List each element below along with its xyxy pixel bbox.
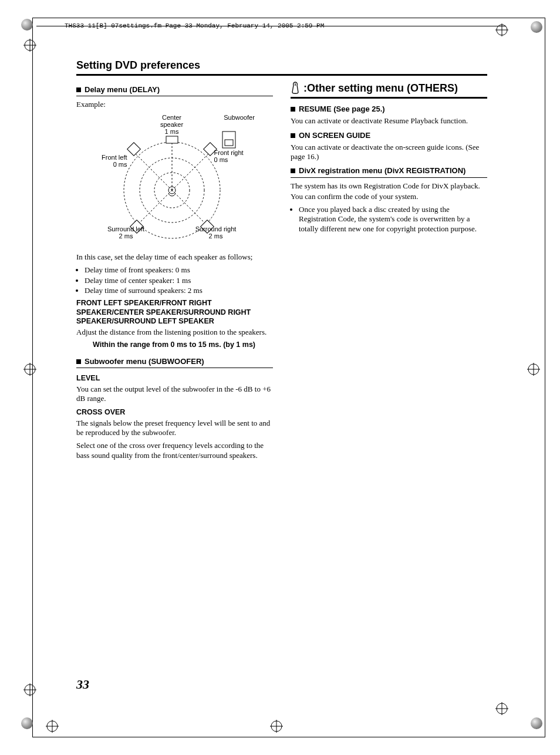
- divx-heading-text: DivX registration menu (DivX REGISTRATIO…: [299, 166, 465, 175]
- resume-text: You can activate or deactivate Resume Pl…: [291, 116, 487, 126]
- svg-line-29: [172, 152, 210, 190]
- delay-bullet: Delay time of center speaker: 1 ms: [85, 276, 273, 285]
- registration-mark-icon: [46, 720, 59, 733]
- square-bullet-icon: [76, 87, 81, 92]
- divx-bullet: Once you played back a disc created by u…: [299, 205, 487, 234]
- registration-mark-icon: [23, 683, 36, 696]
- crossover-heading: CROSS OVER: [76, 408, 273, 417]
- front-left-label: Front left 0 ms: [92, 154, 127, 168]
- others-heading-text: :Other setting menu (OTHERS): [303, 82, 458, 95]
- registration-mark-icon: [23, 39, 36, 52]
- svg-line-28: [134, 152, 172, 190]
- registration-mark-icon: [23, 363, 36, 376]
- in-this-case-text: In this case, set the delay time of each…: [76, 252, 273, 262]
- page-content: Setting DVD preferences Delay menu (DELA…: [76, 59, 487, 464]
- registration-mark-icon: [495, 702, 508, 715]
- square-bullet-icon: [76, 359, 81, 364]
- tool-icon: [291, 82, 300, 95]
- corner-dot-icon: [531, 21, 542, 33]
- svg-rect-37: [225, 140, 233, 146]
- crop-header-text: THS33-11[B]-07settings.fm Page 33 Monday…: [65, 22, 324, 31]
- registration-mark-icon: [270, 720, 283, 733]
- subwoofer-menu-heading: Subwoofer menu (SUBWOOFER): [76, 357, 273, 368]
- svg-line-31: [137, 190, 172, 225]
- crossover-text-1: The signals below the preset frequency l…: [76, 419, 273, 438]
- level-heading: LEVEL: [76, 374, 273, 383]
- crossover-text-2: Select one of the cross over frequency l…: [76, 441, 273, 460]
- right-column: :Other setting menu (OTHERS) RESUME (See…: [291, 82, 487, 464]
- svg-line-32: [172, 190, 207, 225]
- delay-bullet: Delay time of surround speakers: 2 ms: [85, 286, 273, 295]
- example-label: Example:: [76, 100, 273, 109]
- corner-dot-icon: [531, 717, 542, 729]
- surround-right-label: Surround right 2 ms: [190, 225, 242, 240]
- osg-text: You can activate or deactivate the on-sc…: [291, 143, 487, 162]
- front-right-label: Front right 0 ms: [214, 149, 255, 163]
- resume-heading-text: RESUME (See page 25.): [299, 105, 385, 113]
- svg-rect-33: [127, 143, 140, 156]
- square-bullet-icon: [291, 168, 295, 173]
- speaker-layout-diagram: Center speaker 1 ms Subwoofer Front left…: [84, 114, 266, 249]
- page-title: Setting DVD preferences: [76, 59, 487, 76]
- page-number: 33: [76, 676, 89, 693]
- level-text: You can set the output level of the subw…: [76, 385, 273, 404]
- subwoofer-label: Subwoofer: [219, 114, 260, 121]
- left-column: Delay menu (DELAY) Example:: [76, 82, 273, 464]
- svg-rect-35: [166, 136, 178, 143]
- delay-menu-heading-text: Delay menu (DELAY): [85, 85, 160, 94]
- divx-text-1: The system has its own Registration Code…: [291, 181, 487, 191]
- square-bullet-icon: [291, 107, 295, 112]
- corner-dot-icon: [21, 717, 33, 729]
- divx-bullet-list: Once you played back a disc created by u…: [291, 205, 487, 234]
- osg-heading-text: ON SCREEN GUIDE: [299, 131, 370, 140]
- square-bullet-icon: [291, 133, 295, 138]
- divx-text-2: You can confirm the code of your system.: [291, 192, 487, 201]
- delay-menu-heading: Delay menu (DELAY): [76, 85, 273, 96]
- delay-time-list: Delay time of front speakers: 0 ms Delay…: [76, 265, 273, 295]
- corner-dot-icon: [21, 19, 33, 31]
- range-text: Within the range from 0 ms to 15 ms. (by…: [76, 341, 273, 350]
- center-speaker-label: Center speaker 1 ms: [154, 114, 190, 135]
- adjust-distance-text: Adjust the distance from the listening p…: [76, 328, 273, 337]
- divx-heading: DivX registration menu (DivX REGISTRATIO…: [291, 166, 487, 177]
- registration-mark-icon: [527, 363, 540, 376]
- registration-mark-icon: [495, 23, 508, 36]
- speaker-list-heading: FRONT LEFT SPEAKER/FRONT RIGHT SPEAKER/C…: [76, 299, 273, 326]
- others-menu-heading: :Other setting menu (OTHERS): [291, 82, 487, 99]
- resume-heading: RESUME (See page 25.): [291, 105, 487, 114]
- delay-bullet: Delay time of front speakers: 0 ms: [85, 265, 273, 275]
- surround-left-label: Surround left 2 ms: [103, 225, 150, 240]
- osg-heading: ON SCREEN GUIDE: [291, 131, 487, 140]
- subwoofer-heading-text: Subwoofer menu (SUBWOOFER): [85, 357, 204, 366]
